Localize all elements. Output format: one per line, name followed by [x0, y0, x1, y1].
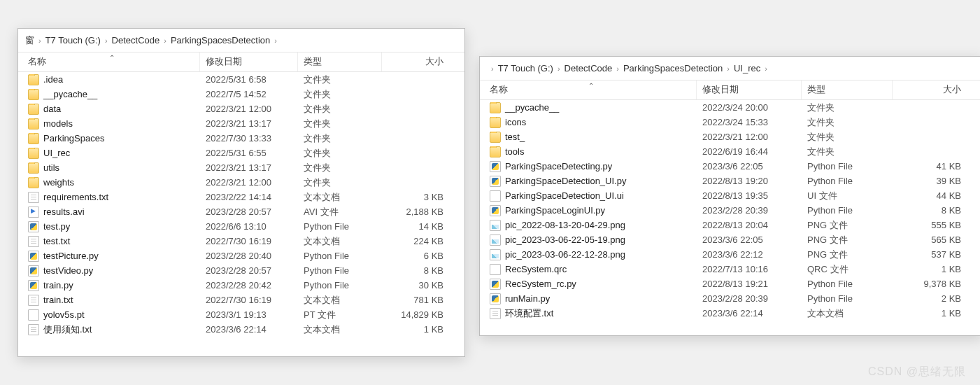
file-name-cell[interactable]: pic_2023-03-06-22-12-28.png — [480, 249, 697, 260]
file-name-cell[interactable]: test.txt — [18, 236, 200, 247]
file-row[interactable]: test_2022/3/21 12:00文件夹 — [480, 130, 980, 144]
file-name-cell[interactable]: pic_2022-08-13-20-04-29.png — [480, 220, 697, 231]
breadcrumb[interactable]: 窗 › T7 Touch (G:) › DetectCode › Parking… — [18, 29, 464, 52]
file-name-cell[interactable]: ParkingSpaceDetection_UI.ui — [480, 190, 697, 202]
file-row[interactable]: ParkingSpaceLoginUI.py2023/2/28 20:39Pyt… — [480, 203, 980, 218]
file-name-cell[interactable]: .idea — [18, 74, 200, 85]
file-date-cell: 2023/3/1 19:13 — [200, 309, 298, 320]
file-date-cell: 2023/2/28 20:39 — [697, 205, 802, 216]
file-row[interactable]: __pycache__2022/3/24 20:00文件夹 — [480, 100, 980, 115]
file-name-label: .idea — [43, 74, 63, 85]
file-name-cell[interactable]: utils — [18, 162, 200, 174]
file-name-label: test_ — [505, 132, 525, 142]
header-date[interactable]: 修改日期 — [697, 80, 802, 99]
file-name-cell[interactable]: __pycache__ — [480, 102, 697, 113]
file-name-cell[interactable]: pic_2023-03-06-22-05-19.png — [480, 234, 697, 246]
file-row[interactable]: yolov5s.pt2023/3/1 19:13PT 文件14,829 KB — [18, 307, 464, 322]
file-row[interactable]: .idea2022/5/31 6:58文件夹 — [18, 72, 464, 87]
file-name-cell[interactable]: icons — [480, 117, 697, 128]
file-name-cell[interactable]: 环境配置.txt — [480, 307, 697, 320]
file-row[interactable]: data2022/3/21 12:00文件夹 — [18, 102, 464, 116]
file-date-cell: 2023/3/6 22:12 — [697, 249, 802, 260]
crumb[interactable]: T7 Touch (G:) — [45, 35, 101, 46]
file-row[interactable]: tools2022/6/19 16:44文件夹 — [480, 144, 980, 159]
file-name-cell[interactable]: RecSystem_rc.py — [480, 279, 697, 290]
file-name-cell[interactable]: tools — [480, 146, 697, 158]
file-row[interactable]: pic_2023-03-06-22-05-19.png2023/3/6 22:0… — [480, 232, 980, 247]
file-type-cell: Python File — [802, 161, 893, 172]
file-row[interactable]: ParkingSpaceDetecting.py2023/3/6 22:05Py… — [480, 159, 980, 174]
breadcrumb[interactable]: › T7 Touch (G:) › DetectCode › ParkingSp… — [480, 57, 980, 80]
file-row[interactable]: test.py2022/6/6 13:10Python File14 KB — [18, 219, 464, 234]
file-size-cell: 3 KB — [382, 192, 464, 202]
header-date[interactable]: 修改日期 — [200, 52, 298, 71]
file-row[interactable]: 使用须知.txt2023/3/6 22:14文本文档1 KB — [18, 322, 464, 337]
file-row[interactable]: ParkingSpaceDetection_UI.ui2022/8/13 19:… — [480, 188, 980, 203]
file-name-cell[interactable]: test_ — [480, 132, 697, 143]
file-row[interactable]: testVideo.py2023/2/28 20:57Python File8 … — [18, 263, 464, 278]
header-type[interactable]: 类型 — [298, 52, 382, 71]
file-name-cell[interactable]: RecSystem.qrc — [480, 264, 697, 275]
file-name-cell[interactable]: test.py — [18, 221, 200, 232]
header-size[interactable]: 大小 — [893, 80, 980, 99]
file-row[interactable]: train.txt2022/7/30 16:19文本文档781 KB — [18, 293, 464, 307]
file-row[interactable]: weights2022/3/21 12:00文件夹 — [18, 175, 464, 190]
file-name-cell[interactable]: ParkingSpaceLoginUI.py — [480, 205, 697, 216]
file-name-cell[interactable]: models — [18, 118, 200, 130]
crumb[interactable]: 窗 — [25, 34, 34, 47]
file-row[interactable]: UI_rec2022/5/31 6:55文件夹 — [18, 146, 464, 160]
file-size-cell: 537 KB — [893, 249, 980, 260]
file-name-cell[interactable]: train.py — [18, 280, 200, 291]
crumb[interactable]: DetectCode — [112, 35, 160, 46]
file-row[interactable]: 环境配置.txt2023/3/6 22:14文本文档1 KB — [480, 306, 980, 321]
file-name-cell[interactable]: 使用须知.txt — [18, 323, 200, 336]
txt-icon — [28, 192, 39, 203]
header-size[interactable]: 大小 — [382, 52, 464, 71]
file-row[interactable]: ParkingSpaceDetection_UI.py2022/8/13 19:… — [480, 174, 980, 188]
file-row[interactable]: __pycache__2022/7/5 14:52文件夹 — [18, 87, 464, 102]
crumb[interactable]: DetectCode — [564, 63, 613, 74]
file-size-cell: 9,378 KB — [893, 279, 980, 289]
file-size-cell: 565 KB — [893, 234, 980, 245]
file-size-cell: 41 KB — [893, 161, 980, 172]
file-name-label: test.txt — [43, 236, 70, 246]
file-row[interactable]: RecSystem_rc.py2022/8/13 19:21Python Fil… — [480, 276, 980, 291]
file-name-cell[interactable]: ParkingSpaces — [18, 133, 200, 144]
file-row[interactable]: requirements.txt2023/2/22 14:14文本文档3 KB — [18, 190, 464, 204]
file-row[interactable]: utils2022/3/21 13:17文件夹 — [18, 160, 464, 175]
file-name-cell[interactable]: data — [18, 104, 200, 115]
file-row[interactable]: RecSystem.qrc2022/7/13 10:16QRC 文件1 KB — [480, 262, 980, 276]
file-name-cell[interactable]: results.avi — [18, 206, 200, 218]
file-row[interactable]: testPicture.py2023/2/28 20:40Python File… — [18, 248, 464, 263]
file-name-cell[interactable]: ParkingSpaceDetection_UI.py — [480, 176, 697, 187]
file-row[interactable]: pic_2023-03-06-22-12-28.png2023/3/6 22:1… — [480, 247, 980, 262]
file-row[interactable]: models2022/3/21 13:17文件夹 — [18, 116, 464, 131]
file-name-cell[interactable]: requirements.txt — [18, 192, 200, 203]
file-name-cell[interactable]: yolov5s.pt — [18, 309, 200, 321]
header-type[interactable]: 类型 — [802, 80, 893, 99]
file-row[interactable]: test.txt2022/7/30 16:19文本文档224 KB — [18, 234, 464, 248]
py-icon — [490, 279, 501, 290]
file-name-cell[interactable]: train.txt — [18, 295, 200, 306]
file-name-cell[interactable]: weights — [18, 177, 200, 188]
file-row[interactable]: ParkingSpaces2022/7/30 13:33文件夹 — [18, 131, 464, 146]
file-name-cell[interactable]: testVideo.py — [18, 265, 200, 276]
file-name-cell[interactable]: UI_rec — [18, 148, 200, 159]
file-row[interactable]: train.py2023/2/28 20:42Python File30 KB — [18, 278, 464, 293]
file-name-cell[interactable]: ParkingSpaceDetecting.py — [480, 161, 697, 172]
file-row[interactable]: pic_2022-08-13-20-04-29.png2022/8/13 20:… — [480, 218, 980, 232]
crumb[interactable]: ParkingSpacesDetection — [623, 63, 723, 74]
file-name-cell[interactable]: __pycache__ — [18, 89, 200, 100]
crumb[interactable]: UI_rec — [734, 63, 760, 74]
crumb[interactable]: T7 Touch (G:) — [498, 63, 553, 74]
file-name-cell[interactable]: testPicture.py — [18, 251, 200, 262]
crumb[interactable]: ParkingSpacesDetection — [171, 35, 270, 46]
file-date-cell: 2022/7/30 13:33 — [200, 133, 298, 144]
file-row[interactable]: runMain.py2023/2/28 20:39Python File2 KB — [480, 291, 980, 306]
chevron-right-icon: › — [274, 36, 277, 45]
file-row[interactable]: icons2022/3/24 15:33文件夹 — [480, 115, 980, 130]
file-row[interactable]: results.avi2023/2/28 20:57AVI 文件2,188 KB — [18, 204, 464, 219]
file-name-cell[interactable]: runMain.py — [480, 293, 697, 304]
file-date-cell: 2022/3/21 12:00 — [697, 132, 802, 142]
file-date-cell: 2022/3/21 12:00 — [200, 104, 298, 114]
